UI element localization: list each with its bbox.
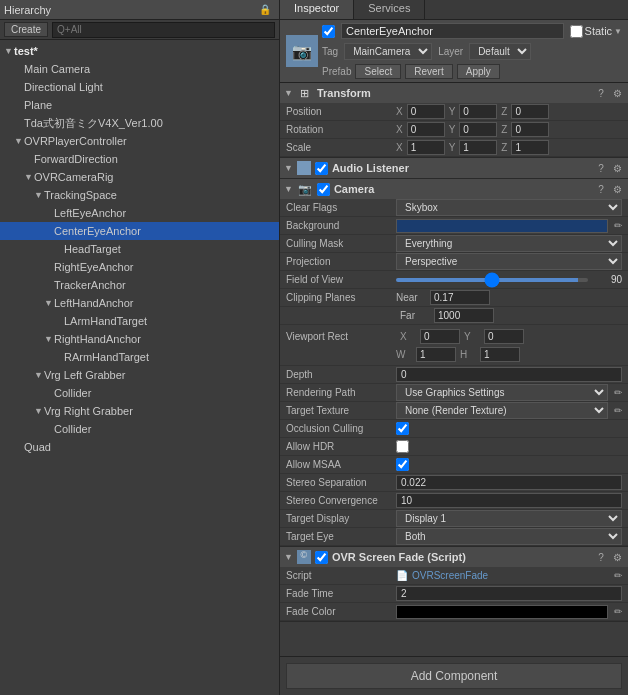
scale-z-input[interactable] [511,140,549,155]
ovr-question-icon[interactable]: ? [594,552,608,563]
transform-question-icon[interactable]: ? [594,88,608,99]
tree-item-righteye[interactable]: RightEyeAnchor [0,258,279,276]
tree-item-tracking[interactable]: ▼TrackingSpace [0,186,279,204]
obj-name-input[interactable] [341,23,564,39]
add-component-button[interactable]: Add Component [286,663,622,689]
scale-y-input[interactable] [459,140,497,155]
scale-x-input[interactable] [407,140,445,155]
script-edit-icon[interactable]: ✏ [614,570,622,581]
ovr-screen-fade-header[interactable]: ▼ © OVR Screen Fade (Script) ? ⚙ [280,547,628,567]
audio-section-icons: ? ⚙ [594,163,624,174]
fade-time-input[interactable] [396,586,622,601]
camera-question-icon[interactable]: ? [594,184,608,195]
clipping-label: Clipping Planes [286,292,396,303]
tree-item-righthand2[interactable]: ▼RightHandAnchor [0,330,279,348]
tree-item-forward[interactable]: ForwardDirection [0,150,279,168]
tree-item-lefthand[interactable]: LeftEyeAnchor [0,204,279,222]
hierarchy-search[interactable] [52,22,275,38]
pos-z-input[interactable] [511,104,549,119]
viewport-h-input[interactable] [480,347,520,362]
tree-item-larmhand[interactable]: LArmHandTarget [0,312,279,330]
obj-enabled-checkbox[interactable] [322,25,335,38]
tag-dropdown[interactable]: MainCamera [344,43,432,60]
depth-input[interactable] [396,367,622,382]
near-input[interactable] [430,290,490,305]
fov-slider[interactable] [396,278,588,282]
culling-dropdown[interactable]: Everything [396,235,622,252]
tree-item-lefthand2[interactable]: ▼LeftHandAnchor [0,294,279,312]
tree-item-centereyeanchor[interactable]: CenterEyeAnchor [0,222,279,240]
target-texture-dropdown[interactable]: None (Render Texture) [396,402,608,419]
scale-z-label: Z [501,142,507,153]
scale-label: Scale [286,142,396,153]
pos-x-input[interactable] [407,104,445,119]
tree-item-collider2[interactable]: Collider [0,420,279,438]
tree-item-scene[interactable]: ▼test* [0,42,279,60]
tree-item-quad[interactable]: Quad [0,438,279,456]
tab-inspector[interactable]: Inspector [280,0,354,19]
allow-hdr-checkbox[interactable] [396,440,409,453]
apply-button[interactable]: Apply [457,64,500,79]
viewport-y-input[interactable] [484,329,524,344]
tree-item-main-camera[interactable]: Main Camera [0,60,279,78]
stereo-conv-input[interactable] [396,493,622,508]
transform-header[interactable]: ▼ ⊞ Transform ? ⚙ [280,83,628,103]
far-input[interactable] [434,308,494,323]
transform-gear-icon[interactable]: ⚙ [610,88,624,99]
tree-item-ovrplayer[interactable]: ▼OVRPlayerController [0,132,279,150]
rot-x-input[interactable] [407,122,445,137]
revert-button[interactable]: Revert [405,64,452,79]
background-color[interactable] [396,219,608,233]
pos-y-input[interactable] [459,104,497,119]
background-label: Background [286,220,396,231]
tree-item-trackeranchor[interactable]: TrackerAnchor [0,276,279,294]
camera-gear-icon[interactable]: ⚙ [610,184,624,195]
tree-item-plane[interactable]: Plane [0,96,279,114]
fade-color-edit-icon[interactable]: ✏ [614,606,622,617]
audio-listener-enabled[interactable] [315,162,328,175]
tree-item-headtarget[interactable]: HeadTarget [0,240,279,258]
ovr-gear-icon[interactable]: ⚙ [610,552,624,563]
lock-icon[interactable]: 🔒 [259,4,271,15]
layer-dropdown[interactable]: Default [469,43,531,60]
audio-gear-icon[interactable]: ⚙ [610,163,624,174]
fade-color-swatch[interactable] [396,605,608,619]
allow-msaa-checkbox[interactable] [396,458,409,471]
stereo-sep-input[interactable] [396,475,622,490]
inspector-body: ▼ ⊞ Transform ? ⚙ Position X Y Z [280,83,628,656]
occlusion-checkbox[interactable] [396,422,409,435]
tree-item-tda[interactable]: Tda式初音ミクV4X_Ver1.00 [0,114,279,132]
rendering-path-dropdown[interactable]: Use Graphics Settings [396,384,608,401]
tree-item-rarmhand[interactable]: RArmHandTarget [0,348,279,366]
tree-item-vrgright[interactable]: ▼Vrg Right Grabber [0,402,279,420]
audio-question-icon[interactable]: ? [594,163,608,174]
viewport-x-input[interactable] [420,329,460,344]
stereo-sep-label: Stereo Separation [286,477,396,488]
static-arrow-icon[interactable]: ▼ [614,27,622,36]
clear-flags-dropdown[interactable]: Skybox [396,199,622,216]
background-edit-icon[interactable]: ✏ [614,220,622,231]
audio-listener-header[interactable]: ▼ Audio Listener ? ⚙ [280,158,628,178]
ovr-enabled[interactable] [315,551,328,564]
rot-z-input[interactable] [511,122,549,137]
tree-item-collider1[interactable]: Collider [0,384,279,402]
projection-dropdown[interactable]: Perspective [396,253,622,270]
static-checkbox[interactable] [570,25,583,38]
select-button[interactable]: Select [355,64,401,79]
tree-item-vrgleft[interactable]: ▼Vrg Left Grabber [0,366,279,384]
rot-y-input[interactable] [459,122,497,137]
camera-header[interactable]: ▼ 📷 Camera ? ⚙ [280,179,628,199]
create-button[interactable]: Create [4,22,48,37]
viewport-w-input[interactable] [416,347,456,362]
target-display-dropdown[interactable]: Display 1 [396,510,622,527]
camera-enabled[interactable] [317,183,330,196]
target-texture-edit-icon[interactable]: ✏ [614,405,622,416]
target-eye-dropdown[interactable]: Both [396,528,622,545]
script-row: Script 📄 OVRScreenFade ✏ [280,567,628,585]
tab-services[interactable]: Services [354,0,425,19]
object-icon: 📷 [286,35,318,67]
rendering-edit-icon[interactable]: ✏ [614,387,622,398]
tree-item-directional-light[interactable]: Directional Light [0,78,279,96]
prefab-row: Prefab Select Revert Apply [322,64,622,79]
tree-item-ovrcamera[interactable]: ▼OVRCameraRig [0,168,279,186]
